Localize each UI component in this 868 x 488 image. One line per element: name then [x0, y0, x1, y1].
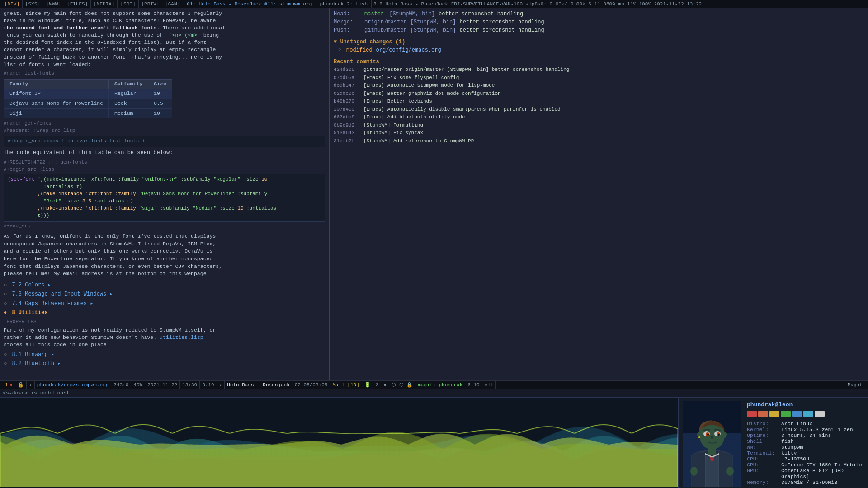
list-item[interactable]: ○ 7.4 Gaps Between Frames ▸: [4, 299, 326, 308]
topbar: [DEV] [SYS] [WWW] [FILES] [MEDIA] [SOC] …: [0, 0, 868, 8]
col-size: Size: [148, 79, 172, 89]
commit-row: 07dd65a[Emacs] Fix some flyspell config: [334, 74, 864, 82]
tag-priv[interactable]: [PRIV]: [139, 0, 163, 8]
info-label: WM:: [747, 444, 779, 450]
tag-www[interactable]: [WWW]: [43, 0, 64, 8]
commit-row: 5138643[StumpWM] Fix syntax: [334, 129, 864, 137]
col-subfamily: Subfamily: [109, 79, 148, 89]
info-row: GPU:GeForce GTX 1650 Ti Mobile: [747, 462, 864, 468]
active-window-title2[interactable]: phundrak 2: fish: [316, 0, 372, 8]
color-swatch: [781, 411, 791, 417]
commit-row: 667ebc8[Emacs] Add bluetooth utility cod…: [334, 113, 864, 121]
sb-battery-icon: 🔋: [362, 381, 373, 389]
list-item-active[interactable]: ● 8 Utilities: [4, 308, 326, 317]
begin-src2: #+begin_src :lisp: [4, 166, 326, 174]
sb-percent: 40%: [131, 381, 145, 389]
info-label: Memory:: [747, 479, 779, 485]
commit-row: b48b270[Emacs] Better keybinds: [334, 98, 864, 105]
info-label: Kernel:: [747, 427, 779, 432]
avatar: [683, 401, 741, 487]
table-row: Unifont-JP Regular 10: [4, 89, 172, 99]
info-label: Shell:: [747, 438, 779, 444]
results-line: #+RESULTS[4792 :]: gen-fonts: [4, 159, 326, 166]
active-window-title[interactable]: 01: Holo Bass - RosenJack #11: stumpwm.o…: [183, 0, 316, 8]
tag-gam[interactable]: [GAM]: [162, 0, 183, 8]
info-rows: Distro:Arch LinuxKernel:Linux 5.15.3-zen…: [747, 421, 864, 485]
tag-soc[interactable]: [SOC]: [118, 0, 138, 8]
avatar-svg: [683, 401, 741, 487]
table-row: DejaVu Sans Mono for Powerline Book 8.5: [4, 99, 172, 109]
main-area: great, since my main font does not suppo…: [0, 8, 868, 380]
commit-row: 0b9e9d2[StumpWM] Formatting: [334, 122, 864, 129]
echo-area: <s-down> is undefined: [0, 389, 868, 397]
color-swatch: [815, 411, 825, 417]
tag-media[interactable]: [MEDIA]: [91, 0, 118, 8]
username-label: phundrak@leon: [747, 401, 864, 408]
color-swatch: [792, 411, 802, 417]
sb-date: 2021-11-22: [145, 381, 180, 389]
sb-icons: ⬡ ⬡ 🔒: [389, 381, 415, 389]
col-family: Family: [4, 79, 109, 89]
list-item[interactable]: ○ 8.1 Binwarp ▸: [4, 350, 326, 359]
sb-lock-icon: 🔒: [15, 381, 27, 389]
info-value: 3678MiB / 31799MiB: [781, 479, 837, 485]
info-label: Terminal:: [747, 450, 779, 456]
name-gen-fonts: #name: gen-fonts: [4, 120, 326, 127]
statusbar: 1 ● 🔒 ♪ phundrak/org/stumpwm.org 743:0 4…: [0, 380, 868, 389]
music-visualizer: [0, 398, 678, 488]
info-row: WM:stumpwm: [747, 444, 864, 450]
sb-pos2: 6:10: [465, 381, 482, 389]
sb-filepath: phundrak/org/stumpwm.org: [35, 381, 111, 389]
color-swatches: [747, 411, 864, 417]
magit-buffer[interactable]: Head: master [StumpWM, bin] better scree…: [330, 8, 868, 380]
list-item[interactable]: ○ 7.3 Message and Input Windows ▸: [4, 290, 326, 299]
modified-file-row: > modified org/config/emacs.org: [338, 46, 864, 54]
properties-label: :PROPERTIES:: [4, 319, 326, 326]
sb-version: 3.19: [200, 381, 217, 389]
sb-dot: ●: [381, 381, 389, 389]
utilities-desc: Part of my configuration is not really r…: [4, 327, 326, 348]
code-block: (set-font `,(make-instance 'xft:font :fa…: [4, 174, 326, 222]
info-label: GPU:: [747, 462, 779, 468]
list-item[interactable]: ○ 8.2 Bluetooth ▸: [4, 359, 326, 368]
info-label: Uptime:: [747, 432, 779, 438]
info-value: stumpwm: [781, 444, 803, 450]
sb-magit-label: magit: phundrak: [415, 381, 465, 389]
list-item[interactable]: ○ 7.2 Colors ▸: [4, 281, 326, 290]
sb-mail: Mail [10]: [330, 381, 362, 389]
commits-list: 424d305github/master origin/master [Stum…: [334, 66, 864, 145]
color-swatch: [803, 411, 813, 417]
recent-commits-header[interactable]: Recent commits: [334, 58, 864, 66]
name-list-fonts: #name: list-fonts: [4, 70, 326, 77]
info-panel: phundrak@leon Distro:Arch LinuxKernel:Li…: [678, 398, 868, 488]
visualizer-canvas: [0, 398, 678, 487]
emacs-buffer[interactable]: great, since my main font does not suppo…: [0, 8, 330, 380]
color-swatch: [758, 411, 768, 417]
begin-src-block: #+begin_src emacs-lisp :var fonts=list-f…: [4, 136, 326, 147]
info-label: GPU:: [747, 468, 779, 479]
tag-sys[interactable]: [SYS]: [23, 0, 43, 8]
editor-content: great, since my main font does not suppo…: [0, 8, 329, 380]
commit-row: 31cfb2f[StumpWM] Add reference to StumpW…: [334, 137, 864, 145]
font-table: Family Subfamily Size Unifont-JP Regular…: [4, 79, 172, 119]
magit-push-row: Push: github/master [StumpWM, bin] bette…: [334, 26, 864, 34]
tag-dev[interactable]: [DEV]: [2, 0, 23, 8]
info-value: Arch Linux: [781, 421, 812, 427]
magit-content: Head: master [StumpWM, bin] better scree…: [330, 8, 868, 380]
sb-mode: All: [482, 381, 496, 389]
commit-row: d6db347[Emacs] Automatic StumpWM mode fo…: [334, 82, 864, 89]
system-info: phundrak@leon Distro:Arch LinuxKernel:Li…: [747, 401, 864, 488]
headers-code: #headers: :wrap src lisp: [4, 127, 326, 135]
info-value: Linux 5.15.3-zen1-1-zen: [781, 427, 853, 432]
info-row: CPU:i7-10750H: [747, 456, 864, 462]
commit-row: 424d305github/master origin/master [Stum…: [334, 66, 864, 74]
sb-note: ♪: [217, 381, 225, 389]
bottom-section: phundrak@leon Distro:Arch LinuxKernel:Li…: [0, 397, 868, 488]
info-value: 3 hours, 34 mins: [781, 432, 831, 438]
sb-workspace: 1 ●: [3, 381, 15, 389]
unstaged-header[interactable]: ▼ Unstaged changes (1): [334, 38, 864, 46]
tag-files[interactable]: [FILES]: [64, 0, 91, 8]
info-row: Uptime:3 hours, 34 mins: [747, 432, 864, 438]
magit-head-row: Head: master [StumpWM, bin] better scree…: [334, 10, 864, 18]
sections-list: ○ 7.2 Colors ▸ ○ 7.3 Message and Input W…: [4, 281, 326, 318]
